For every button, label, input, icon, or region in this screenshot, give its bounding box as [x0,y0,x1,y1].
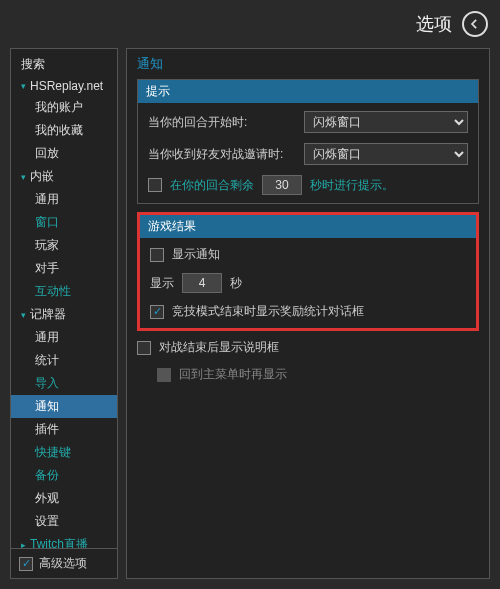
sidebar-group-tracker[interactable]: ▾记牌器 [11,303,117,326]
arena-reward-label: 竞技模式结束时显示奖励统计对话框 [172,303,364,320]
sidebar-item-interactive[interactable]: 互动性 [11,280,117,303]
advanced-label: 高级选项 [39,555,87,572]
sidebar-group-overlay[interactable]: ▾内嵌 [11,165,117,188]
end-dialog-label: 对战结束后显示说明框 [159,339,279,356]
sidebar-item-plugins[interactable]: 插件 [11,418,117,441]
sidebar-item-opponent[interactable]: 对手 [11,257,117,280]
show-notify-label: 显示通知 [172,246,220,263]
end-dialog-checkbox[interactable] [137,341,151,355]
caret-down-icon: ▾ [21,81,26,91]
timer-checkbox[interactable] [148,178,162,192]
sidebar-item-replay[interactable]: 回放 [11,142,117,165]
sidebar-item-general1[interactable]: 通用 [11,188,117,211]
timer-prefix: 在你的回合剩余 [170,177,254,194]
friend-challenge-select[interactable]: 闪烁窗口 [304,143,468,165]
sidebar-group-label: 记牌器 [30,306,66,323]
arrow-left-icon [468,17,482,31]
panel-hint: 提示 当你的回合开始时: 闪烁窗口 当你收到好友对战邀请时: 闪烁窗口 在你的回… [137,79,479,204]
sidebar-search[interactable]: 搜索 [11,53,117,76]
turn-start-select[interactable]: 闪烁窗口 [304,111,468,133]
sidebar: 搜索 ▾HSReplay.net 我的账户 我的收藏 回放 ▾内嵌 通用 窗口 … [10,48,118,579]
menu-redisplay-checkbox[interactable] [157,368,171,382]
main-title: 通知 [137,55,479,73]
sidebar-item-hotkeys[interactable]: 快捷键 [11,441,117,464]
turn-start-label: 当你的回合开始时: [148,114,296,131]
sidebar-group-label: HSReplay.net [30,79,103,93]
main-panel: 通知 提示 当你的回合开始时: 闪烁窗口 当你收到好友对战邀请时: 闪烁窗口 在… [126,48,490,579]
sidebar-item-window[interactable]: 窗口 [11,211,117,234]
panel-head-result: 游戏结果 [140,215,476,238]
advanced-checkbox[interactable] [19,557,33,571]
back-button[interactable] [462,11,488,37]
sidebar-item-general2[interactable]: 通用 [11,326,117,349]
friend-challenge-label: 当你收到好友对战邀请时: [148,146,296,163]
show-sec-input[interactable] [182,273,222,293]
sidebar-group-hsreplay[interactable]: ▾HSReplay.net [11,76,117,96]
sidebar-item-backup[interactable]: 备份 [11,464,117,487]
panel-head-hint: 提示 [138,80,478,103]
arena-reward-checkbox[interactable] [150,305,164,319]
timer-suffix: 秒时进行提示。 [310,177,394,194]
show-sec-suffix: 秒 [230,275,242,292]
menu-redisplay-label: 回到主菜单时再显示 [179,366,287,383]
sidebar-item-player[interactable]: 玩家 [11,234,117,257]
sidebar-group-twitch[interactable]: ▸Twitch直播 [11,533,117,548]
sidebar-group-label: Twitch直播 [30,536,88,548]
page-title: 选项 [416,12,452,36]
sidebar-group-label: 内嵌 [30,168,54,185]
sidebar-item-notify[interactable]: 通知 [11,395,117,418]
timer-input[interactable] [262,175,302,195]
sidebar-item-appearance[interactable]: 外观 [11,487,117,510]
sidebar-item-account[interactable]: 我的账户 [11,96,117,119]
caret-right-icon: ▸ [21,540,26,549]
caret-down-icon: ▾ [21,172,26,182]
show-notify-checkbox[interactable] [150,248,164,262]
panel-result: 游戏结果 显示通知 显示 秒 竞技模式结束时显示奖励统计对话框 [137,212,479,331]
sidebar-item-stats[interactable]: 统计 [11,349,117,372]
sidebar-item-settings[interactable]: 设置 [11,510,117,533]
sidebar-item-import[interactable]: 导入 [11,372,117,395]
sidebar-item-collection[interactable]: 我的收藏 [11,119,117,142]
show-sec-label: 显示 [150,275,174,292]
caret-down-icon: ▾ [21,310,26,320]
